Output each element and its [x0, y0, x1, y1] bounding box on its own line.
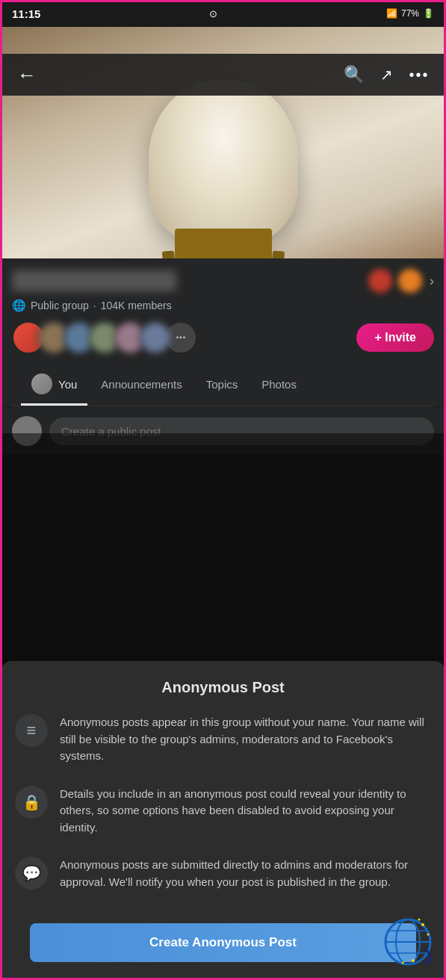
- list-icon-wrap: ≡: [15, 714, 48, 747]
- svg-point-7: [418, 919, 421, 921]
- back-button[interactable]: ←: [12, 60, 42, 90]
- top-nav: ← 🔍 ↗ •••: [0, 54, 446, 96]
- lock-icon: 🔒: [22, 793, 41, 811]
- group-visibility: Public group: [31, 300, 89, 311]
- list-icon: ≡: [27, 721, 37, 740]
- create-anonymous-post-button[interactable]: Create Anonymous Post: [30, 923, 416, 962]
- tab-photos[interactable]: Photos: [251, 369, 307, 402]
- tab-topics[interactable]: Topics: [196, 369, 249, 402]
- create-btn-wrap: Create Anonymous Post: [15, 911, 431, 980]
- tab-topics-label: Topics: [206, 378, 238, 391]
- chevron-right-icon: ›: [430, 273, 434, 289]
- member-avatars-list[interactable]: ···: [12, 321, 197, 354]
- more-icon: •••: [409, 66, 429, 84]
- message-icon-wrap: 💬: [15, 857, 48, 890]
- member-count: 104K members: [101, 300, 172, 311]
- group-name-row: ›: [12, 267, 434, 294]
- info-item-approval: 💬 Anonymous posts are submitted directly…: [15, 857, 431, 890]
- member-avatar-5: [139, 321, 172, 354]
- bottom-sheet: Anonymous Post ≡ Anonymous posts appear …: [0, 661, 446, 980]
- hero-image: ← 🔍 ↗ •••: [0, 27, 446, 258]
- nav-icons-right: 🔍 ↗ •••: [338, 60, 434, 90]
- status-icons-right: 📶 77% 🔋: [386, 8, 434, 19]
- members-row: ··· + Invite: [12, 321, 434, 354]
- search-button[interactable]: 🔍: [338, 60, 368, 90]
- create-anon-label: Create Anonymous Post: [149, 935, 297, 949]
- tab-you-avatar: [31, 373, 52, 394]
- tab-photos-label: Photos: [261, 378, 297, 391]
- group-meta: 🌐 Public group · 104K members: [12, 299, 434, 312]
- preview-avatar-1: [367, 267, 394, 294]
- back-icon: ←: [17, 63, 37, 87]
- globe-watermark: [382, 916, 434, 968]
- group-info-section: › 🌐 Public group · 104K members ··· + In…: [0, 258, 446, 406]
- share-icon: ↗: [380, 66, 393, 84]
- status-center-icons: ⊙: [209, 8, 217, 19]
- group-name-blur: [12, 270, 176, 291]
- battery-icon: 🔋: [423, 8, 434, 19]
- tab-announcements-label: Announcements: [101, 378, 182, 391]
- info-text-visibility: Anonymous posts appear in this group wit…: [60, 714, 431, 765]
- status-bar: 11:15 ⊙ 📶 77% 🔋: [0, 0, 446, 27]
- location-icon: ⊙: [209, 8, 217, 19]
- message-icon: 💬: [22, 864, 41, 882]
- group-avatar-previews[interactable]: ›: [367, 267, 434, 294]
- status-time: 11:15: [12, 7, 40, 20]
- sheet-title: Anonymous Post: [15, 679, 431, 696]
- info-text-approval: Anonymous posts are submitted directly t…: [60, 857, 431, 890]
- preview-avatar-2: [397, 267, 424, 294]
- svg-point-5: [421, 923, 424, 926]
- svg-point-6: [427, 934, 430, 936]
- tab-bar: You Announcements Topics Photos: [12, 365, 434, 406]
- info-text-identity: Details you include in an anonymous post…: [60, 786, 431, 837]
- signal-icon: 📶: [386, 8, 397, 19]
- more-button[interactable]: •••: [404, 60, 434, 90]
- share-button[interactable]: ↗: [371, 60, 401, 90]
- chair-visual: [149, 79, 298, 244]
- invite-label: + Invite: [374, 331, 416, 344]
- tab-you-label: You: [58, 378, 77, 391]
- info-item-visibility: ≡ Anonymous posts appear in this group w…: [15, 714, 431, 765]
- tab-announcements[interactable]: Announcements: [90, 369, 192, 402]
- tab-you[interactable]: You: [21, 365, 87, 406]
- info-item-identity: 🔒 Details you include in an anonymous po…: [15, 786, 431, 837]
- svg-point-8: [412, 959, 415, 962]
- lock-icon-wrap: 🔒: [15, 786, 48, 819]
- search-icon: 🔍: [344, 65, 364, 84]
- globe-icon: 🌐: [12, 299, 26, 312]
- svg-point-9: [402, 962, 404, 964]
- invite-button[interactable]: + Invite: [356, 323, 434, 352]
- dot-separator: ·: [93, 300, 96, 311]
- battery-text: 77%: [401, 8, 419, 19]
